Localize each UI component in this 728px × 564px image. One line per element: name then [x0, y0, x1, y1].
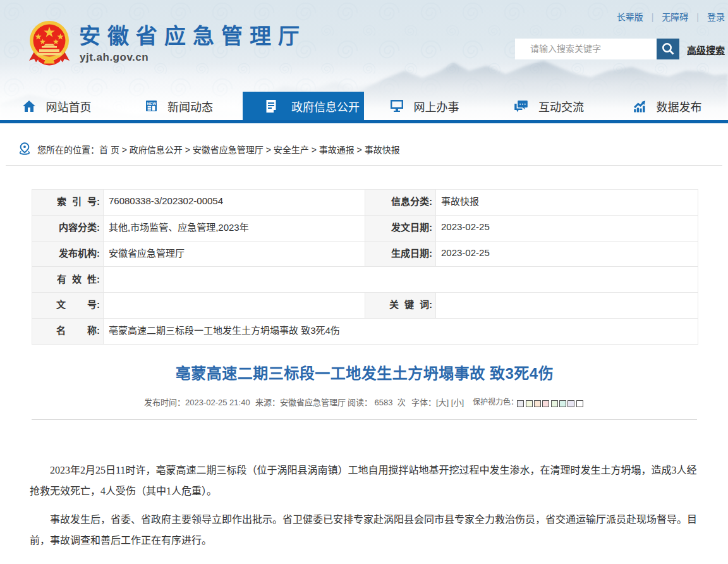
svg-text:NEW: NEW	[147, 101, 157, 106]
